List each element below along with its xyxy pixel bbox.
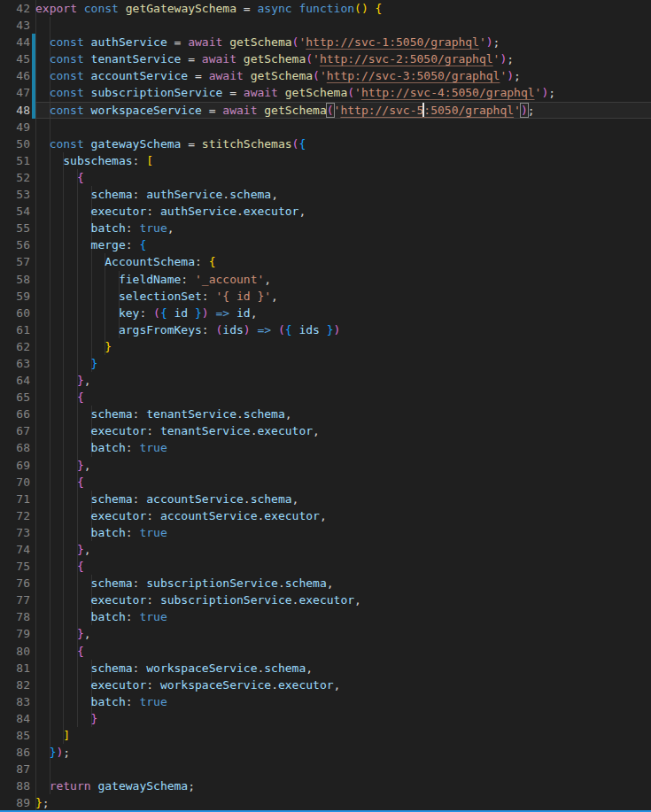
line-number[interactable]: 57 — [0, 253, 30, 270]
line-number[interactable]: 52 — [0, 169, 30, 186]
code-line[interactable]: 71schema: accountService.schema, — [0, 491, 651, 507]
code-line[interactable]: 56merge: { — [0, 236, 651, 253]
line-number[interactable]: 86 — [0, 744, 30, 761]
line-number[interactable]: 78 — [0, 608, 30, 625]
code-line[interactable]: 69}, — [0, 457, 651, 474]
line-number[interactable]: 88 — [0, 777, 30, 794]
line-number[interactable]: 85 — [0, 727, 30, 744]
code-line[interactable]: 82executor: workspaceService.executor, — [0, 677, 651, 693]
line-number[interactable]: 79 — [0, 625, 30, 642]
line-number[interactable]: 43 — [0, 17, 30, 34]
code-line[interactable]: 47const subscriptionService = await getS… — [0, 84, 651, 101]
line-number[interactable]: 67 — [0, 422, 30, 439]
line-number[interactable]: 47 — [0, 84, 30, 101]
code-line[interactable]: 44const authService = await getSchema('h… — [0, 34, 651, 50]
code-line[interactable]: 86}); — [0, 744, 651, 761]
code-line[interactable]: 80{ — [0, 643, 651, 660]
line-number[interactable]: 77 — [0, 592, 30, 608]
code-line[interactable]: 66schema: tenantService.schema, — [0, 406, 651, 422]
line-number[interactable]: 62 — [0, 338, 30, 355]
code-line[interactable]: 45const tenantService = await getSchema(… — [0, 50, 651, 67]
code-line[interactable]: 77executor: subscriptionService.executor… — [0, 592, 651, 608]
code-line[interactable]: 70{ — [0, 474, 651, 491]
code-line[interactable]: 88return gatewaySchema; — [0, 777, 651, 794]
line-number[interactable]: 46 — [0, 67, 30, 84]
code-line[interactable]: 72executor: accountService.executor, — [0, 507, 651, 524]
code-line[interactable]: 53schema: authService.schema, — [0, 186, 651, 203]
line-number[interactable]: 45 — [0, 50, 30, 67]
line-number[interactable]: 70 — [0, 474, 30, 491]
url-link-text[interactable]: http://svc-3:5050/graphql — [327, 69, 500, 82]
line-number[interactable]: 69 — [0, 457, 30, 474]
code-line[interactable]: 55batch: true, — [0, 220, 651, 236]
url-link-text[interactable]: http://svc-4:5050/graphql — [361, 86, 535, 99]
line-number[interactable]: 65 — [0, 389, 30, 406]
line-number[interactable]: 53 — [0, 186, 30, 203]
line-number[interactable]: 58 — [0, 271, 30, 288]
line-number[interactable]: 48 — [0, 102, 30, 119]
code-line[interactable]: 58fieldName: '_account', — [0, 271, 651, 288]
code-line[interactable]: 85] — [0, 727, 651, 744]
code-line[interactable]: 87 — [0, 761, 651, 777]
line-number[interactable]: 83 — [0, 693, 30, 710]
line-number[interactable]: 63 — [0, 355, 30, 372]
line-number[interactable]: 87 — [0, 761, 30, 777]
code-line[interactable]: 75{ — [0, 558, 651, 575]
line-number[interactable]: 74 — [0, 541, 30, 558]
code-line[interactable]: 43 — [0, 17, 651, 34]
code-line[interactable]: 49 — [0, 119, 651, 135]
code-line[interactable]: 84} — [0, 710, 651, 727]
line-number[interactable]: 80 — [0, 643, 30, 660]
code-line[interactable]: 68batch: true — [0, 439, 651, 456]
line-number[interactable]: 54 — [0, 203, 30, 220]
code-line[interactable]: 61argsFromKeys: (ids) => ({ ids }) — [0, 321, 651, 338]
line-number[interactable]: 56 — [0, 236, 30, 253]
url-link-text[interactable]: http://svc-1:5050/graphql — [306, 35, 479, 49]
line-number[interactable]: 66 — [0, 406, 30, 422]
code-line[interactable]: 42export const getGatewaySchema = async … — [0, 0, 651, 17]
line-number[interactable]: 51 — [0, 152, 30, 169]
code-line[interactable]: 60key: ({ id }) => id, — [0, 305, 651, 321]
code-line[interactable]: 54executor: authService.executor, — [0, 203, 651, 220]
code-line[interactable]: 50const gatewaySchema = stitchSchemas({ — [0, 135, 651, 152]
line-number[interactable]: 49 — [0, 119, 30, 135]
code-line[interactable]: 52{ — [0, 169, 651, 186]
code-line[interactable]: 73batch: true — [0, 524, 651, 541]
line-number[interactable]: 76 — [0, 575, 30, 592]
line-number[interactable]: 61 — [0, 321, 30, 338]
url-link-text[interactable]: http://svc-2:5050/graphql — [320, 52, 493, 66]
line-number[interactable]: 89 — [0, 794, 30, 811]
code-line[interactable]: 67executor: tenantService.executor, — [0, 422, 651, 439]
code-line[interactable]: 62} — [0, 338, 651, 355]
line-number[interactable]: 44 — [0, 34, 30, 50]
code-line[interactable]: 63} — [0, 355, 651, 372]
code-line[interactable]: 89}; — [0, 794, 651, 811]
line-number[interactable]: 82 — [0, 677, 30, 693]
line-number[interactable]: 42 — [0, 0, 30, 17]
line-number[interactable]: 68 — [0, 439, 30, 456]
line-number[interactable]: 75 — [0, 558, 30, 575]
line-number[interactable]: 64 — [0, 372, 30, 389]
line-number[interactable]: 72 — [0, 507, 30, 524]
code-line[interactable]: 74}, — [0, 541, 651, 558]
line-number[interactable]: 59 — [0, 288, 30, 305]
code-line[interactable]: 46const accountService = await getSchema… — [0, 67, 651, 84]
code-line[interactable]: 64}, — [0, 372, 651, 389]
code-line[interactable]: 83batch: true — [0, 693, 651, 710]
code-line[interactable]: 78batch: true — [0, 608, 651, 625]
url-link-text[interactable]: :5050/graphql — [423, 104, 514, 117]
code-line[interactable]: 57AccountSchema: { — [0, 253, 651, 270]
code-line[interactable]: 51subschemas: [ — [0, 152, 651, 169]
code-line[interactable]: 48const workspaceService = await getSche… — [0, 102, 651, 119]
line-number[interactable]: 81 — [0, 660, 30, 677]
code-line[interactable]: 65{ — [0, 389, 651, 406]
url-link-text[interactable]: http://svc-5 — [340, 104, 423, 117]
line-number[interactable]: 50 — [0, 135, 30, 152]
code-line[interactable]: 76schema: subscriptionService.schema, — [0, 575, 651, 592]
line-number[interactable]: 71 — [0, 491, 30, 507]
line-number[interactable]: 73 — [0, 524, 30, 541]
code-line[interactable]: 81schema: workspaceService.schema, — [0, 660, 651, 677]
code-line[interactable]: 59selectionSet: '{ id }', — [0, 288, 651, 305]
line-number[interactable]: 55 — [0, 220, 30, 236]
code-line[interactable]: 79}, — [0, 625, 651, 642]
